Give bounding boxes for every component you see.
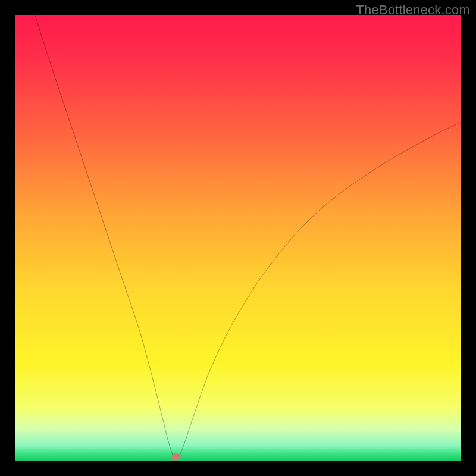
plot-area: [15, 15, 461, 461]
curve-svg: [15, 15, 461, 461]
bottleneck-curve: [35, 15, 461, 459]
chart-frame: TheBottleneck.com: [0, 0, 476, 476]
optimal-point-marker: [171, 454, 180, 461]
